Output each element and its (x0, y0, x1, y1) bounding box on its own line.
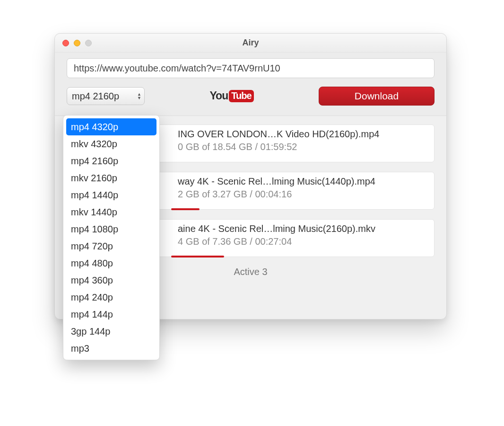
youtube-logo-tube: Tube (229, 90, 253, 102)
youtube-logo: You Tube (209, 89, 253, 103)
dropdown-item[interactable]: mp4 480p (66, 255, 156, 272)
dropdown-item[interactable]: mp4 2160p (66, 152, 156, 169)
dropdown-item[interactable]: mp4 4320p (66, 118, 156, 135)
youtube-logo-you: You (209, 89, 228, 103)
dropdown-item[interactable]: mp3 (66, 340, 156, 357)
chevron-updown-icon: ▲▼ (137, 88, 141, 105)
dropdown-item[interactable]: mp4 144p (66, 306, 156, 323)
dropdown-item[interactable]: mp4 1440p (66, 186, 156, 204)
dropdown-item[interactable]: mp4 360p (66, 272, 156, 289)
titlebar: Airy (55, 34, 446, 53)
download-title: ING OVER LONDON…K Video HD(2160p).mp4 (178, 129, 427, 140)
dropdown-item[interactable]: 3gp 144p (66, 323, 156, 340)
download-button[interactable]: Download (319, 87, 434, 106)
progress-bar (171, 256, 224, 257)
download-title: aine 4K - Scenic Rel…lming Music(2160p).… (178, 223, 427, 234)
dropdown-item[interactable]: mp4 1080p (66, 221, 156, 238)
download-status: 0 GB of 18.54 GB / 01:59:52 (178, 142, 427, 152)
toolbar: mp4 2160p ▲▼ You Tube Download (55, 53, 446, 116)
window-title: Airy (55, 38, 446, 48)
url-input[interactable] (67, 58, 434, 78)
dropdown-item[interactable]: mp4 240p (66, 289, 156, 306)
download-title: way 4K - Scenic Rel…lming Music(1440p).m… (178, 176, 427, 187)
download-status: 4 GB of 7.36 GB / 00:27:04 (178, 236, 427, 247)
download-status: 2 GB of 3.27 GB / 00:04:16 (178, 189, 427, 200)
dropdown-item[interactable]: mkv 1440p (66, 204, 156, 221)
app-window: Airy mp4 2160p ▲▼ You Tube Download ING … (54, 33, 447, 320)
dropdown-item[interactable]: mp4 720p (66, 238, 156, 255)
format-select-value: mp4 2160p (72, 91, 119, 102)
dropdown-item[interactable]: mkv 4320p (66, 135, 156, 152)
progress-bar (171, 208, 200, 210)
dropdown-item[interactable]: mkv 2160p (66, 169, 156, 186)
format-dropdown[interactable]: mp4 4320p mkv 4320p mp4 2160p mkv 2160p … (63, 115, 160, 360)
format-select[interactable]: mp4 2160p ▲▼ (67, 87, 145, 105)
